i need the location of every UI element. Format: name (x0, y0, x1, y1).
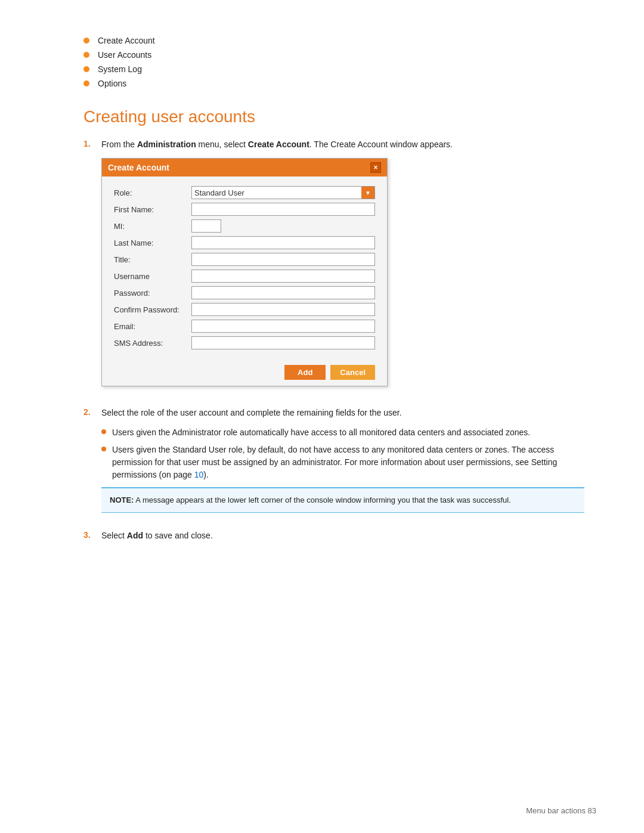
list-item: System Log (83, 64, 584, 74)
mi-row: MI: (114, 219, 375, 233)
confirm-password-input[interactable] (191, 303, 375, 316)
step-2-text: Select the role of the user account and … (101, 407, 584, 419)
administration-bold: Administration (137, 140, 196, 149)
title-label: Title: (114, 255, 191, 264)
add-bold: Add (127, 531, 143, 540)
list-item: User Accounts (83, 50, 584, 60)
first-name-row: First Name: (114, 203, 375, 216)
page-footer: Menu bar actions 83 (526, 806, 596, 815)
sub-bullet-item-1: Users given the Administrator role autom… (101, 426, 584, 439)
password-row: Password: (114, 286, 375, 299)
list-item: Create Account (83, 36, 584, 45)
role-select[interactable]: Standard User ▼ (191, 186, 375, 199)
note-text: A message appears at the lower left corn… (134, 496, 510, 504)
step-number-2: 2. (83, 407, 101, 519)
mi-label: MI: (114, 222, 191, 231)
title-row: Title: (114, 253, 375, 266)
list-item: Options (83, 79, 584, 88)
last-name-row: Last Name: (114, 236, 375, 249)
dialog-title: Create Account (108, 163, 169, 172)
email-row: Email: (114, 320, 375, 333)
confirm-password-label: Confirm Password: (114, 305, 191, 314)
dialog-titlebar: Create Account × (102, 159, 387, 176)
bullet-dot-icon (83, 80, 89, 86)
step-2-content: Select the role of the user account and … (101, 407, 584, 519)
confirm-password-row: Confirm Password: (114, 303, 375, 316)
role-select-value: Standard User (192, 187, 361, 199)
first-name-input[interactable] (191, 203, 375, 216)
step-number-3: 3. (83, 529, 101, 549)
title-input[interactable] (191, 253, 375, 266)
dialog-close-button[interactable]: × (370, 162, 381, 173)
password-label: Password: (114, 289, 191, 298)
username-row: Username (114, 270, 375, 283)
dropdown-arrow-icon[interactable]: ▼ (361, 187, 374, 199)
sub-bullet-text-1: Users given the Administrator role autom… (112, 426, 530, 439)
username-label: Username (114, 272, 191, 281)
create-account-bold: Create Account (248, 140, 309, 149)
sub-bullet-text-2: Users given the Standard User role, by d… (112, 444, 584, 481)
step-number-1: 1. (83, 138, 101, 396)
username-input[interactable] (191, 270, 375, 283)
list-item-label: Options (98, 79, 126, 88)
steps-list: 1. From the Administration menu, select … (83, 138, 584, 549)
email-label: Email: (114, 322, 191, 331)
sms-address-input[interactable] (191, 336, 375, 349)
create-account-dialog: Create Account × Role: Standard User ▼ (101, 158, 388, 386)
add-button[interactable]: Add (284, 365, 326, 380)
list-item-label: System Log (98, 64, 142, 74)
sms-address-label: SMS Address: (114, 339, 191, 348)
sub-bullet-item-2: Users given the Standard User role, by d… (101, 444, 584, 481)
step-2: 2. Select the role of the user account a… (83, 407, 584, 519)
role-label: Role: (114, 188, 191, 197)
mi-input[interactable] (191, 219, 221, 233)
note-box: NOTE: A message appears at the lower lef… (101, 487, 584, 513)
step-1: 1. From the Administration menu, select … (83, 138, 584, 396)
bullet-dot-icon (83, 38, 89, 44)
step-2-sub-bullets: Users given the Administrator role autom… (101, 426, 584, 481)
first-name-label: First Name: (114, 205, 191, 214)
password-input[interactable] (191, 286, 375, 299)
section-title: Creating user accounts (83, 107, 584, 126)
bullet-dot-icon (83, 66, 89, 72)
email-input[interactable] (191, 320, 375, 333)
step-3-content: Select Add to save and close. (101, 529, 584, 549)
sub-bullet-dot-icon (101, 447, 106, 451)
dialog-buttons: Add Cancel (102, 360, 387, 386)
dialog-body: Role: Standard User ▼ First Name: MI: (102, 176, 387, 360)
role-row: Role: Standard User ▼ (114, 186, 375, 199)
step-3-text: Select Add to save and close. (101, 529, 584, 542)
intro-bullet-list: Create Account User Accounts System Log … (83, 36, 584, 88)
list-item-label: User Accounts (98, 50, 151, 60)
cancel-button[interactable]: Cancel (330, 365, 375, 380)
sub-bullet-dot-icon (101, 429, 106, 434)
step-3: 3. Select Add to save and close. (83, 529, 584, 549)
step-1-text: From the Administration menu, select Cre… (101, 138, 584, 151)
last-name-label: Last Name: (114, 239, 191, 247)
note-label: NOTE: (110, 496, 134, 504)
sms-address-row: SMS Address: (114, 336, 375, 349)
last-name-input[interactable] (191, 236, 375, 249)
list-item-label: Create Account (98, 36, 155, 45)
page-link[interactable]: 10 (194, 470, 204, 479)
bullet-dot-icon (83, 52, 89, 58)
step-1-content: From the Administration menu, select Cre… (101, 138, 584, 396)
